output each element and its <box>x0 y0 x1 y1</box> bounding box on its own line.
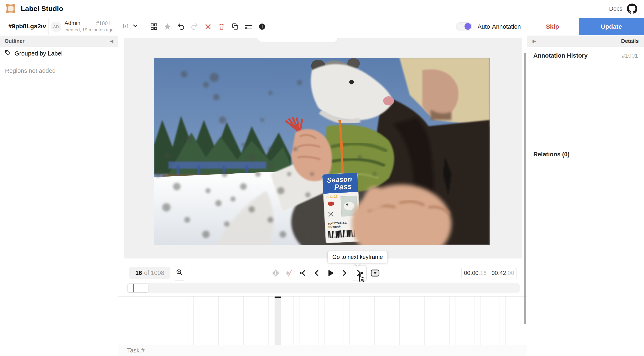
timeline-frame-cell[interactable] <box>225 296 231 345</box>
prev-keyframe-button[interactable] <box>298 266 308 280</box>
timeline-frame-cell[interactable] <box>256 296 262 345</box>
relations-section[interactable]: Relations (0) <box>527 148 644 161</box>
timeline-frame-cell[interactable] <box>331 296 337 345</box>
pager-count: 1/1 <box>122 23 129 29</box>
timeline-frame-cell[interactable] <box>293 296 300 345</box>
collapse-left-icon[interactable]: ◀ <box>110 38 113 44</box>
timeline-frame-cell[interactable] <box>449 296 456 345</box>
redo-icon[interactable] <box>188 20 201 33</box>
app-title: Label Studio <box>21 4 63 13</box>
timeline-frame-cell[interactable] <box>200 296 206 345</box>
timeline-frame-cell[interactable] <box>456 296 462 345</box>
docs-link[interactable]: Docs <box>609 6 622 12</box>
timeline-frame-cell[interactable] <box>480 296 487 345</box>
timeline-playhead-frame[interactable] <box>274 296 281 345</box>
timeline-frame-cell[interactable] <box>437 296 443 345</box>
timeline-frame-cell[interactable] <box>287 296 293 345</box>
timeline-frame-cell[interactable] <box>268 296 274 345</box>
timeline-frame-cell[interactable] <box>350 296 356 345</box>
grid-view-icon[interactable] <box>147 20 160 33</box>
timeline-frame-cell[interactable] <box>206 296 212 345</box>
timeline-frame-cell[interactable] <box>300 296 306 345</box>
minimap-position-marker <box>133 284 134 292</box>
minimap-handle[interactable] <box>128 284 148 292</box>
expand-right-icon[interactable]: ▶ <box>532 38 536 44</box>
timeline-frame-cell[interactable] <box>424 296 430 345</box>
label-studio-logo-icon <box>6 3 16 14</box>
timeline-frame-cell[interactable] <box>418 296 424 345</box>
avatar[interactable]: AD <box>51 22 61 32</box>
keyframe-add-button[interactable] <box>270 266 281 280</box>
timeline-frame-cell[interactable] <box>337 296 343 345</box>
timeline-frame-cell[interactable] <box>512 296 518 345</box>
timeline-frame-cell[interactable] <box>368 296 374 345</box>
timeline-frame-cell[interactable] <box>381 296 387 345</box>
github-icon[interactable] <box>627 4 637 14</box>
star-icon[interactable] <box>161 20 174 33</box>
timeline-frame-cell[interactable] <box>487 296 493 345</box>
app-header: Label Studio Docs <box>0 0 644 18</box>
annotation-pager-dropdown[interactable]: 1/1 <box>122 23 138 30</box>
update-button[interactable]: Update <box>579 18 644 35</box>
info-icon[interactable] <box>256 20 269 33</box>
timeline-frame-cell[interactable] <box>443 296 449 345</box>
duplicate-icon[interactable] <box>228 20 242 33</box>
timeline-frame-cell[interactable] <box>362 296 368 345</box>
timeline-frame-cell[interactable] <box>412 296 418 345</box>
timeline-minimap[interactable] <box>127 283 520 293</box>
vertical-scrollbar[interactable] <box>524 53 526 324</box>
next-frame-button[interactable] <box>339 266 350 280</box>
skip-button[interactable]: Skip <box>526 18 579 35</box>
reset-icon[interactable] <box>201 20 215 33</box>
timeline-frame-cell[interactable] <box>343 296 350 345</box>
timeline-frame-cell[interactable] <box>218 296 225 345</box>
timeline-frame-cell[interactable] <box>262 296 268 345</box>
undo-icon[interactable] <box>174 20 188 33</box>
timeline-frame-cell[interactable] <box>187 296 194 345</box>
timeline-frame-cell[interactable] <box>462 296 468 345</box>
zoom-button[interactable] <box>174 265 185 280</box>
annotation-toolbar: #9pb8Lgs2iv AD Admin #1001 created, 19 m… <box>0 18 644 36</box>
frame-current: 16 <box>135 270 142 276</box>
timeline-collapse-button[interactable] <box>370 266 380 280</box>
timeline-frame-cell[interactable] <box>393 296 400 345</box>
timeline-frame-cell[interactable] <box>506 296 512 345</box>
timeline-frame-cell[interactable] <box>212 296 218 345</box>
play-button[interactable] <box>325 266 336 280</box>
timeline-frame-cell[interactable] <box>493 296 499 345</box>
settings-icon[interactable] <box>242 20 255 33</box>
position-time: 00:00:16 <box>462 267 489 279</box>
timeline-frame-cell[interactable] <box>231 296 237 345</box>
timeline-frame-cell[interactable] <box>499 296 506 345</box>
annotation-history-title: Annotation History <box>533 52 588 59</box>
annotator-name: Admin <box>64 20 80 26</box>
keyframe-interpolation-button[interactable] <box>284 266 295 280</box>
prev-frame-button[interactable] <box>312 266 322 280</box>
timeline-frame-cell[interactable] <box>474 296 480 345</box>
timeline-frame-cell[interactable] <box>406 296 412 345</box>
timeline-frame-cell[interactable] <box>281 296 287 345</box>
timeline-frame-cell[interactable] <box>237 296 243 345</box>
timeline-frame-cell[interactable] <box>194 296 200 345</box>
timeline-frame-cell[interactable] <box>250 296 256 345</box>
chevron-down-icon <box>132 23 138 30</box>
timeline-frame-cell[interactable] <box>374 296 381 345</box>
auto-annotation-toggle[interactable] <box>456 22 472 31</box>
delete-icon[interactable] <box>215 20 228 33</box>
timeline-frame-cell[interactable] <box>324 296 331 345</box>
timeline-frame-cell[interactable] <box>318 296 324 345</box>
video-frame[interactable]: Season Pass 2011-12 RATATOUILLE BOWERS <box>154 58 490 245</box>
timeline-frame-cell[interactable] <box>387 296 393 345</box>
timeline-frame-cell[interactable] <box>400 296 406 345</box>
timeline-frame-cell[interactable] <box>312 296 318 345</box>
group-by-label-button[interactable]: Grouped by Label <box>0 47 118 60</box>
timeline-frame-cell[interactable] <box>356 296 362 345</box>
timeline-frame-cell[interactable] <box>243 296 250 345</box>
timeline-ruler[interactable] <box>118 296 527 345</box>
duration-time-main: 00:42 <box>492 270 506 276</box>
frame-counter[interactable]: 16 of 1008 <box>130 267 170 279</box>
timeline-frame-cell[interactable] <box>468 296 474 345</box>
timeline-frame-cell[interactable] <box>181 296 187 345</box>
timeline-frame-cell[interactable] <box>430 296 437 345</box>
timeline-frame-cell[interactable] <box>306 296 312 345</box>
